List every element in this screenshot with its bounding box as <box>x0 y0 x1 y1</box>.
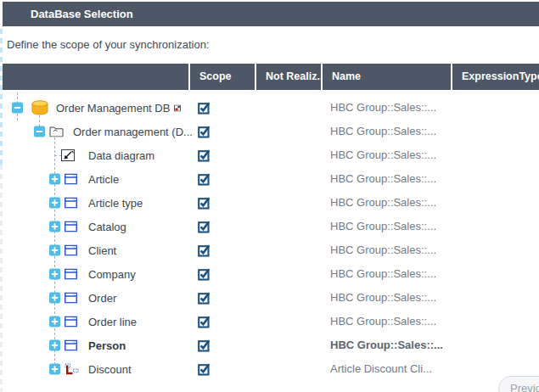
scope-checkbox[interactable] <box>198 267 212 281</box>
expression-type-cell <box>451 238 539 262</box>
node-label: Order management (D... <box>73 126 193 138</box>
expander-plus-icon[interactable] <box>49 174 60 185</box>
column-header-tree <box>3 64 188 90</box>
tree-cell: Order Management DB <box>0 96 188 120</box>
not-realized-cell <box>255 191 321 215</box>
name-cell: HBC Group::Sales::... <box>321 143 451 167</box>
scope-checkbox[interactable] <box>198 172 212 186</box>
name-cell: Article Discount Cli... <box>321 357 451 381</box>
node-label: Client <box>88 244 116 257</box>
scope-checkbox[interactable] <box>198 339 212 352</box>
scope-checkbox[interactable] <box>198 196 212 210</box>
expander-plus-icon[interactable] <box>49 245 60 256</box>
table-icon <box>65 316 77 328</box>
not-realized-cell <box>255 120 321 143</box>
expander-minus-icon[interactable] <box>12 103 23 114</box>
scope-checkbox[interactable] <box>198 362 212 376</box>
scope-checkbox[interactable] <box>198 125 212 138</box>
table-icon <box>65 174 77 185</box>
not-realized-cell <box>255 262 321 286</box>
name-cell: HBC Group::Sales::... <box>321 191 451 215</box>
name-cell: HBC Group::Sales::... <box>321 238 451 262</box>
scope-checkbox[interactable] <box>198 148 212 162</box>
expander-plus-icon[interactable] <box>49 269 60 280</box>
tree-table-row[interactable]: OrderHBC Group::Sales::... <box>0 286 539 310</box>
scope-cell <box>188 120 255 143</box>
expression-type-cell <box>451 143 539 167</box>
column-header-name: Name <box>321 64 451 90</box>
name-cell: HBC Group::Sales::... <box>321 167 451 191</box>
tree-cell: Article <box>0 167 188 191</box>
expression-type-cell <box>451 167 539 191</box>
column-header-scope: Scope <box>188 64 255 90</box>
tree-cell: Company <box>0 262 188 286</box>
scope-cell <box>188 262 255 286</box>
name-cell: HBC Group::Sales::... <box>321 286 451 310</box>
diagram-icon <box>61 149 75 161</box>
tree-table-row[interactable]: CatalogHBC Group::Sales::... <box>0 215 539 238</box>
table-icon <box>65 293 77 304</box>
expander-plus-icon[interactable] <box>49 316 60 328</box>
column-header-not_realized: Not Realiz... <box>255 64 321 90</box>
scope-checkbox[interactable] <box>198 291 212 305</box>
scope-cell <box>188 357 255 381</box>
node-label: Article type <box>88 197 143 210</box>
expander-minus-icon[interactable] <box>34 126 45 137</box>
expression-type-cell <box>451 286 539 310</box>
grid-column-headers: ScopeNot Realiz...NameExpressionType <box>3 64 539 90</box>
tree-table-body: Order Management DBHBC Group::Sales::...… <box>0 90 539 392</box>
scope-checkbox[interactable] <box>198 244 212 257</box>
scope-checkbox[interactable] <box>198 315 212 328</box>
tree-table-row[interactable]: Article typeHBC Group::Sales::... <box>0 191 539 215</box>
tree-cell: Order line <box>0 310 188 333</box>
scope-checkbox[interactable] <box>198 220 212 233</box>
tree-table-row[interactable]: ArticleHBC Group::Sales::... <box>0 167 539 191</box>
expression-type-cell <box>451 310 539 333</box>
expression-type-cell <box>451 96 539 120</box>
scope-cell <box>188 333 255 357</box>
node-label: Order line <box>88 316 137 328</box>
scope-instruction-text: Define the scope of your synchronization… <box>7 38 209 51</box>
not-realized-cell <box>255 310 321 333</box>
tree-table-row[interactable]: ClientHBC Group::Sales::... <box>0 238 539 262</box>
tree-table-row[interactable]: CompanyHBC Group::Sales::... <box>0 262 539 286</box>
tree-table-row[interactable]: Order Management DBHBC Group::Sales::... <box>0 96 539 120</box>
not-realized-cell <box>255 286 321 310</box>
scope-cell <box>188 191 255 215</box>
node-label: Discount <box>88 363 132 376</box>
not-realized-cell <box>255 238 321 262</box>
tree-cell: Article type <box>0 191 188 215</box>
tree-table-row[interactable]: PersonHBC Group::Sales::... <box>0 333 539 357</box>
tree-table-row[interactable]: Order management (D...HBC Group::Sales::… <box>0 120 539 143</box>
not-realized-cell <box>255 143 321 167</box>
scope-cell <box>188 238 255 262</box>
tree-table-row[interactable]: Order lineHBC Group::Sales::... <box>0 310 539 333</box>
tree-cell: Order management (D... <box>0 120 188 143</box>
tree-cell: Person <box>0 333 188 357</box>
name-cell: HBC Group::Sales::... <box>321 215 451 238</box>
expander-plus-icon[interactable] <box>49 198 60 209</box>
package-folder-icon <box>49 126 64 137</box>
shortcut-badge-icon <box>174 104 181 111</box>
expander-plus-icon[interactable] <box>49 364 60 375</box>
node-label: Data diagram <box>88 149 154 162</box>
scope-cell <box>188 215 255 238</box>
expression-type-cell <box>451 333 539 357</box>
not-realized-cell <box>255 167 321 191</box>
expander-plus-icon[interactable] <box>49 293 60 304</box>
expression-type-cell <box>451 191 539 215</box>
tree-table-row[interactable]: DiscountArticle Discount Cli... <box>0 357 539 381</box>
not-realized-cell <box>255 333 321 357</box>
tree-table-row[interactable]: Data diagramHBC Group::Sales::... <box>0 143 539 167</box>
name-cell: HBC Group::Sales::... <box>321 310 451 333</box>
node-label: Order Management DB <box>56 102 170 115</box>
expander-plus-icon[interactable] <box>49 340 60 351</box>
table-icon <box>65 269 77 280</box>
scope-checkbox[interactable] <box>198 101 212 115</box>
node-label: Catalog <box>88 221 126 233</box>
not-realized-cell <box>255 215 321 238</box>
expression-type-cell <box>451 120 539 143</box>
expander-plus-icon[interactable] <box>49 221 60 232</box>
node-label: Company <box>88 268 136 281</box>
name-cell: HBC Group::Sales::... <box>321 262 451 286</box>
